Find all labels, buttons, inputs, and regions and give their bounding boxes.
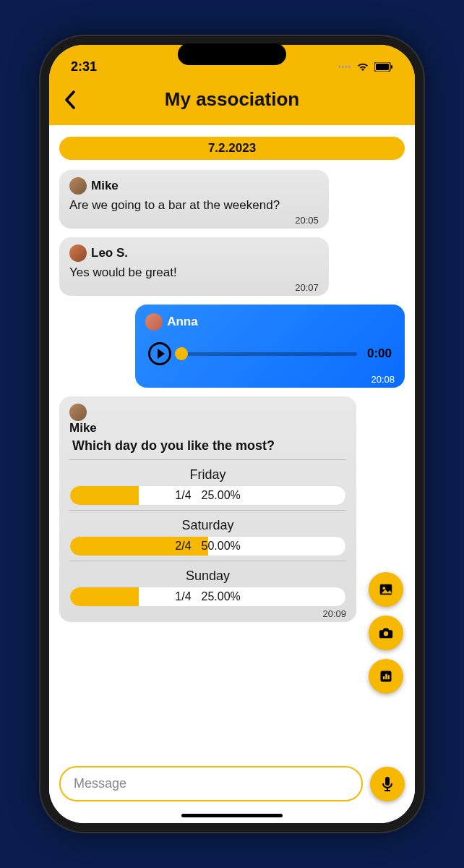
avatar[interactable] xyxy=(69,244,87,262)
poll-percent: 25.00% xyxy=(202,489,241,502)
chat-header: My association xyxy=(49,81,415,125)
attach-image-button[interactable] xyxy=(369,572,403,607)
bar-chart-icon xyxy=(379,669,393,684)
poll-percent: 25.00% xyxy=(202,590,241,603)
poll-question: Which day do you like the most? xyxy=(72,438,346,454)
wifi-icon xyxy=(356,61,370,72)
poll-bar: 1/4 25.00% xyxy=(69,587,346,607)
svg-rect-1 xyxy=(376,64,389,70)
fab-column xyxy=(369,572,403,694)
microphone-icon xyxy=(380,775,395,793)
poll-option[interactable]: Sunday 1/4 25.00% xyxy=(69,566,346,607)
message-time: 20:08 xyxy=(145,374,395,385)
svg-rect-9 xyxy=(388,675,390,679)
poll-button[interactable] xyxy=(369,659,403,694)
avatar[interactable] xyxy=(145,313,163,331)
voice-message-bubble[interactable]: Anna 0:00 20:08 xyxy=(135,305,405,388)
message-time: 20:05 xyxy=(69,215,319,226)
voice-duration: 0:00 xyxy=(367,346,392,361)
camera-button[interactable] xyxy=(369,616,403,650)
chat-title: My association xyxy=(64,88,400,111)
message-text: Yes would be great! xyxy=(69,265,319,281)
poll-bar: 2/4 50.00% xyxy=(69,536,346,556)
image-icon xyxy=(378,582,394,597)
avatar[interactable] xyxy=(69,404,87,421)
message-text: Are we going to a bar at the weekend? xyxy=(69,197,319,213)
avatar[interactable] xyxy=(69,177,87,195)
slider-thumb-icon[interactable] xyxy=(175,347,188,360)
svg-rect-2 xyxy=(391,65,392,69)
message-input[interactable]: Message xyxy=(59,766,363,801)
message-bubble[interactable]: Leo S. Yes would be great! 20:07 xyxy=(59,237,329,296)
status-indicators: •••• xyxy=(338,61,393,72)
poll-option[interactable]: Saturday 2/4 50.00% xyxy=(69,515,346,556)
divider xyxy=(69,459,346,460)
sender-name: Leo S. xyxy=(91,246,128,260)
poll-percent: 50.00% xyxy=(202,540,241,553)
svg-point-5 xyxy=(384,631,388,636)
svg-rect-7 xyxy=(383,676,385,679)
poll-bubble[interactable]: Mike Which day do you like the most? Fri… xyxy=(59,396,356,622)
poll-option[interactable]: Friday 1/4 25.00% xyxy=(69,464,346,506)
battery-icon xyxy=(374,62,393,72)
poll-count: 2/4 xyxy=(175,540,191,553)
message-time: 20:09 xyxy=(69,608,346,619)
status-bar: 2:31 •••• xyxy=(49,45,415,81)
status-time: 2:31 xyxy=(71,59,97,75)
message-time: 20:07 xyxy=(69,282,319,293)
voice-record-button[interactable] xyxy=(370,767,405,801)
svg-point-4 xyxy=(382,587,385,590)
poll-option-label: Friday xyxy=(69,464,346,485)
message-bubble[interactable]: Mike Are we going to a bar at the weeken… xyxy=(59,170,329,229)
status-dots-icon: •••• xyxy=(338,63,351,71)
poll-count: 1/4 xyxy=(175,590,191,603)
sender-name: Mike xyxy=(91,179,119,193)
poll-fill xyxy=(70,587,139,606)
poll-fill xyxy=(70,486,139,505)
poll-option-label: Sunday xyxy=(69,566,346,587)
home-indicator[interactable] xyxy=(181,814,283,817)
svg-rect-8 xyxy=(385,674,387,680)
poll-count: 1/4 xyxy=(175,489,191,502)
chat-scroll[interactable]: 7.2.2023 Mike Are we going to a bar at t… xyxy=(49,125,415,759)
sender-name: Anna xyxy=(167,315,198,329)
divider xyxy=(69,510,346,511)
voice-slider[interactable] xyxy=(181,352,357,356)
divider xyxy=(69,561,346,561)
camera-icon xyxy=(378,625,394,641)
date-separator: 7.2.2023 xyxy=(59,137,405,160)
poll-bar: 1/4 25.00% xyxy=(69,485,346,506)
sender-name: Mike xyxy=(69,421,97,435)
poll-option-label: Saturday xyxy=(69,515,346,536)
svg-rect-10 xyxy=(385,777,390,786)
play-button[interactable] xyxy=(148,342,171,365)
